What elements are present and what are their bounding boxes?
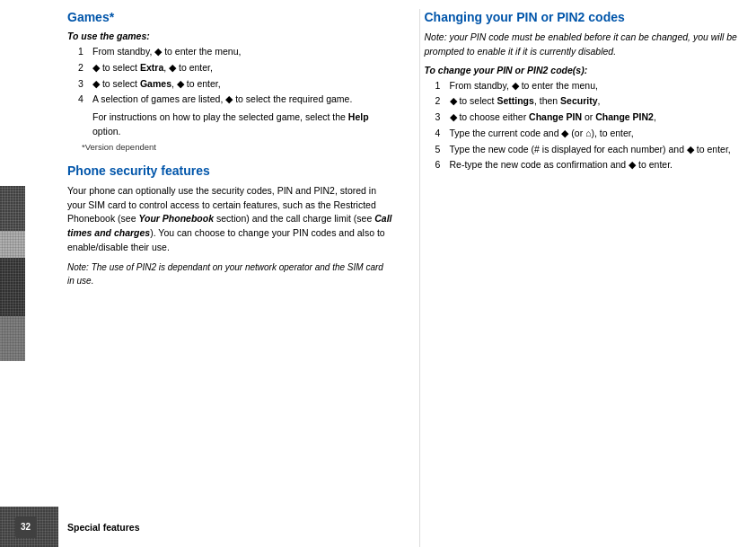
games-step-3: 3 ◆ to select Games, ◆ to enter, — [78, 77, 392, 92]
step-text-1: From standby, ◆ to enter the menu, — [92, 45, 392, 59]
step-text-2: ◆ to select Extra, ◆ to enter, — [92, 61, 392, 75]
games-steps-list: 1 From standby, ◆ to enter the menu, 2 ◆… — [78, 45, 392, 107]
pin-step-num-3: 3 — [435, 110, 450, 125]
pin-step-text-6: Re-type the new code as confirmation and… — [450, 158, 750, 172]
games-heading: Games* — [67, 9, 392, 25]
version-note: *Version dependent — [82, 142, 392, 152]
pin-step-text-5: Type the new code (# is displayed for ea… — [450, 143, 750, 157]
page-footer: 32 Special features — [0, 507, 756, 547]
pin-step-1: 1 From standby, ◆ to enter the menu, — [435, 79, 750, 93]
pin-step-num-6: 6 — [435, 158, 450, 172]
security-note: Note: The use of PIN2 is dependant on yo… — [67, 260, 392, 287]
step-text-4: A selection of games are listed, ◆ to se… — [92, 93, 392, 107]
pin-step-num-1: 1 — [435, 79, 450, 93]
games-section: Games* To use the games: 1 From standby,… — [67, 9, 392, 152]
games-help-note: For instructions on how to play the sele… — [92, 110, 392, 139]
pin-step-num-5: 5 — [435, 143, 450, 157]
pin-step-4: 4 Type the current code and ◆ (or ⌂), to… — [435, 127, 750, 141]
pin-heading: Changing your PIN or PIN2 codes — [425, 9, 750, 25]
pin-step-5: 5 Type the new code (# is displayed for … — [435, 143, 750, 157]
pin-step-text-4: Type the current code and ◆ (or ⌂), to e… — [450, 127, 750, 141]
pin-step-text-2: ◆ to select Settings, then Security, — [450, 94, 750, 109]
right-column: Changing your PIN or PIN2 codes Note: yo… — [419, 9, 750, 547]
pin-steps-intro: To change your PIN or PIN2 code(s): — [425, 65, 750, 75]
pin-step-text-3: ◆ to choose either Change PIN or Change … — [450, 110, 750, 125]
pin-step-num-2: 2 — [435, 94, 450, 109]
security-section: Phone security features Your phone can o… — [67, 163, 392, 287]
pin-steps-list: 1 From standby, ◆ to enter the menu, 2 ◆… — [435, 79, 750, 173]
games-step-1: 1 From standby, ◆ to enter the menu, — [78, 45, 392, 59]
deco-block-dark-2 — [0, 258, 25, 316]
step-num-4: 4 — [78, 93, 92, 107]
games-step-2: 2 ◆ to select Extra, ◆ to enter, — [78, 61, 392, 75]
footer-left-stripe: 32 — [0, 507, 58, 547]
left-decoration — [0, 0, 58, 547]
pin-step-2: 2 ◆ to select Settings, then Security, — [435, 94, 750, 109]
games-steps-intro: To use the games: — [67, 31, 392, 41]
security-body: Your phone can optionally use the securi… — [67, 184, 392, 255]
pin-note: Note: your PIN code must be enabled befo… — [425, 31, 750, 59]
deco-block-light-1 — [0, 231, 25, 258]
main-content: Games* To use the games: 1 From standby,… — [58, 0, 756, 547]
security-heading: Phone security features — [67, 163, 392, 179]
pin-step-6: 6 Re-type the new code as confirmation a… — [435, 158, 750, 172]
step-num-3: 3 — [78, 77, 92, 92]
step-num-2: 2 — [78, 61, 92, 75]
deco-block-dark-1 — [0, 186, 25, 231]
step-num-1: 1 — [78, 45, 92, 59]
footer-label: Special features — [58, 522, 756, 533]
deco-block-light-2 — [0, 316, 25, 361]
step-text-3: ◆ to select Games, ◆ to enter, — [92, 77, 392, 92]
special-features-label: Special features — [67, 522, 140, 533]
pin-step-text-1: From standby, ◆ to enter the menu, — [450, 79, 750, 93]
pin-step-3: 3 ◆ to choose either Change PIN or Chang… — [435, 110, 750, 125]
pin-step-num-4: 4 — [435, 127, 450, 141]
page-number: 32 — [15, 516, 37, 538]
games-step-4: 4 A selection of games are listed, ◆ to … — [78, 93, 392, 107]
page-container: Games* To use the games: 1 From standby,… — [0, 0, 756, 547]
left-column: Games* To use the games: 1 From standby,… — [67, 9, 401, 547]
